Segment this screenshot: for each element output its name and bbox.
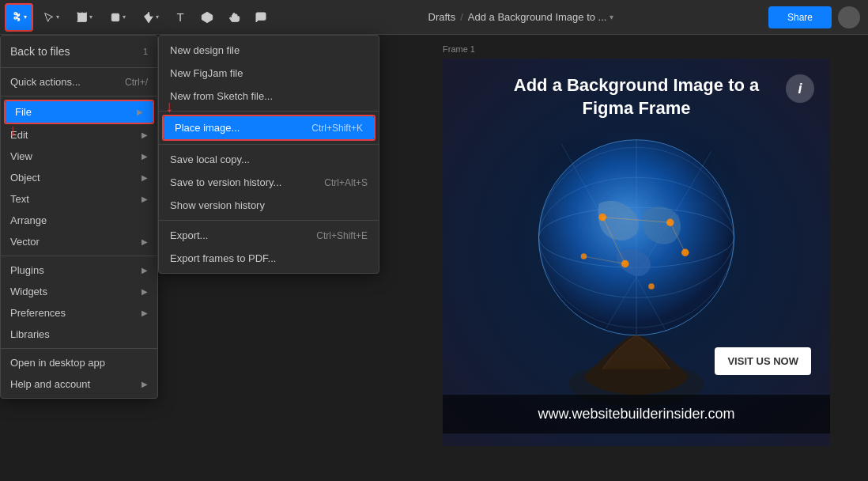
view-menu-item[interactable]: View ▶ [1, 146, 157, 167]
submenu-divider-3 [159, 220, 379, 221]
export-frames-pdf-label: Export frames to PDF... [170, 252, 276, 264]
preferences-arrow: ▶ [142, 309, 148, 317]
pen-tool[interactable]: ▾ [134, 5, 166, 30]
help-account-label: Help and account [10, 378, 90, 390]
save-local-copy-label: Save local copy... [170, 153, 250, 165]
menu-divider-1 [1, 67, 157, 68]
file-label: File [15, 106, 32, 118]
breadcrumb-doc[interactable]: Add a Background Image to ... ▾ [468, 11, 614, 23]
edit-arrow: ▶ [142, 131, 148, 139]
back-to-files-label: Back to files [10, 45, 70, 58]
libraries-label: Libraries [10, 328, 50, 340]
export-frames-pdf-item[interactable]: Export frames to PDF... [159, 247, 379, 270]
menu-divider-3 [1, 256, 157, 256]
text-label: Text [10, 193, 29, 205]
breadcrumb-drafts: Drafts [428, 11, 456, 23]
view-label: View [10, 150, 32, 162]
hand-tool[interactable] [221, 5, 247, 30]
share-button[interactable]: Share [768, 6, 832, 28]
arrange-menu-item[interactable]: Arrange [1, 210, 157, 231]
new-figjam-file-item[interactable]: New FigJam file [159, 62, 379, 85]
object-arrow: ▶ [142, 173, 148, 182]
plugins-label: Plugins [10, 264, 44, 276]
place-image-outline: Place image... Ctrl+Shift+K [162, 115, 376, 141]
toolbar-right: Share [768, 6, 868, 28]
frame-tool[interactable]: ▾ [68, 5, 100, 30]
main-menu: Back to files 1 Quick actions... Ctrl+/ … [0, 35, 158, 399]
design-frame: Add a Background Image to a Figma Frame … [443, 59, 830, 446]
new-figjam-label: New FigJam file [170, 67, 243, 79]
quick-actions-shortcut: Ctrl+/ [125, 77, 148, 88]
new-design-file-item[interactable]: New design file [159, 39, 379, 62]
text-menu-item[interactable]: Text ▶ [1, 188, 157, 210]
new-from-sketch-label: New from Sketch file... [170, 90, 273, 102]
arrange-label: Arrange [10, 214, 47, 226]
toolbar-center: Drafts / Add a Background Image to ... ▾ [274, 11, 768, 23]
save-version-history-label: Save to version history... [170, 176, 281, 188]
place-image-label: Place image... [175, 122, 240, 134]
widgets-menu-item[interactable]: Widgets ▶ [1, 281, 157, 302]
edit-menu-item[interactable]: Edit ▶ [1, 124, 157, 146]
libraries-menu-item[interactable]: Libraries [1, 324, 157, 345]
quick-actions-label: Quick actions... [10, 76, 81, 88]
place-image-shortcut: Ctrl+Shift+K [311, 123, 363, 134]
menu-divider-4 [1, 348, 157, 349]
down-arrow-2: ↓ [165, 97, 173, 116]
back-badge: 1 [143, 47, 148, 56]
figma-logo-button[interactable]: ▾ [5, 3, 33, 32]
svg-rect-6 [111, 13, 119, 21]
breadcrumb-doc-title: Add a Background Image to ... [468, 11, 607, 23]
visit-button[interactable]: VISIT US NOW [715, 347, 811, 375]
frame-title: Add a Background Image to a Figma Frame [443, 74, 830, 119]
frame-label: Frame 1 [443, 44, 475, 54]
vector-arrow: ▶ [142, 237, 148, 246]
components-tool[interactable] [194, 5, 220, 30]
text-arrow: ▶ [142, 195, 148, 203]
submenu-divider-1 [159, 111, 379, 112]
toolbar-left: ▾ ▾ ▾ ▾ [0, 3, 274, 32]
open-desktop-label: Open in desktop app [10, 357, 105, 369]
breadcrumb-separator: / [460, 11, 463, 23]
preferences-menu-item[interactable]: Preferences ▶ [1, 302, 157, 324]
file-menu-outline: File ▶ [4, 100, 154, 124]
show-version-history-item[interactable]: Show version history [159, 194, 379, 217]
help-arrow: ▶ [142, 380, 148, 388]
export-label: Export... [170, 229, 208, 241]
export-item[interactable]: Export... Ctrl+Shift+E [159, 224, 379, 247]
file-menu-item[interactable]: File ▶ [6, 101, 153, 123]
file-arrow: ▶ [137, 108, 143, 116]
save-version-history-shortcut: Ctrl+Alt+S [324, 177, 368, 188]
help-account-item[interactable]: Help and account ▶ [1, 373, 157, 395]
show-version-history-label: Show version history [170, 199, 265, 211]
save-local-copy-item[interactable]: Save local copy... [159, 148, 379, 171]
open-desktop-item[interactable]: Open in desktop app [1, 352, 157, 373]
comment-tool[interactable] [248, 5, 274, 30]
plugins-menu-item[interactable]: Plugins ▶ [1, 259, 157, 281]
submenu-divider-2 [159, 144, 379, 145]
new-design-file-label: New design file [170, 44, 240, 56]
file-submenu: New design file New FigJam file New from… [158, 35, 379, 274]
back-to-files-item[interactable]: Back to files 1 [1, 39, 157, 64]
svg-rect-0 [77, 13, 86, 21]
new-from-sketch-item[interactable]: New from Sketch file... [159, 85, 379, 108]
shape-tool[interactable]: ▾ [101, 5, 133, 30]
save-version-history-item[interactable]: Save to version history... Ctrl+Alt+S [159, 171, 379, 194]
info-badge: i [786, 74, 814, 103]
menu-divider-2 [1, 96, 157, 97]
object-menu-item[interactable]: Object ▶ [1, 167, 157, 188]
text-tool[interactable]: T [168, 5, 193, 30]
down-arrow-1: ↓ [9, 121, 17, 139]
place-image-item[interactable]: Place image... Ctrl+Shift+K [164, 116, 374, 139]
quick-actions-item[interactable]: Quick actions... Ctrl+/ [1, 71, 157, 93]
breadcrumb-caret: ▾ [609, 13, 613, 21]
move-tool[interactable]: ▾ [35, 5, 66, 30]
plugins-arrow: ▶ [142, 266, 148, 275]
widgets-label: Widgets [10, 286, 47, 297]
svg-point-20 [648, 283, 655, 290]
object-label: Object [10, 172, 40, 184]
vector-menu-item[interactable]: Vector ▶ [1, 231, 157, 252]
avatar[interactable] [838, 6, 860, 28]
frame-background: Add a Background Image to a Figma Frame … [443, 59, 830, 446]
vector-label: Vector [10, 236, 40, 248]
toolbar: ▾ ▾ ▾ ▾ [0, 0, 868, 35]
